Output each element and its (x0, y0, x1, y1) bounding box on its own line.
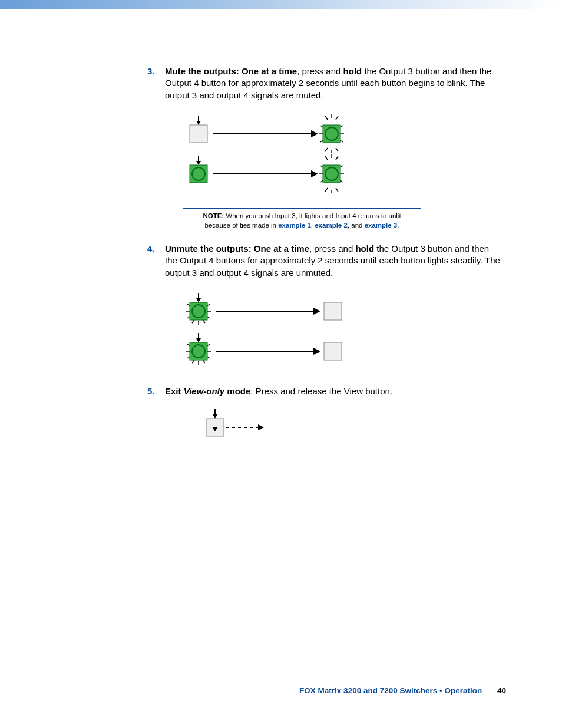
step-5-number: 5. (147, 386, 155, 397)
svg-point-21 (192, 167, 205, 180)
figure-view-svg (200, 408, 283, 449)
step-5-mode: View-only (184, 386, 224, 396)
step-4-text: Unmute the outputs: One at a time, press… (165, 243, 500, 278)
svg-point-50 (192, 305, 205, 318)
step-4-lead: Unmute the outputs: One at a time (165, 243, 309, 253)
footer-page-number: 40 (497, 686, 506, 695)
svg-rect-67 (324, 342, 342, 360)
step-3-hold: hold (343, 66, 362, 76)
svg-line-6 (336, 116, 338, 120)
svg-line-29 (325, 188, 328, 192)
step-4: 4. Unmute the outputs: One at a time, pr… (147, 243, 503, 375)
step-4-mid1: , press and (309, 243, 355, 253)
step-5-rest: : Press and release the View button. (250, 386, 392, 396)
svg-marker-69 (213, 414, 217, 419)
figure-mute-svg (183, 112, 359, 195)
svg-line-10 (325, 148, 328, 151)
step-4-number: 4. (147, 243, 155, 255)
note-link-ex1[interactable]: example 1 (278, 222, 311, 229)
svg-point-17 (325, 127, 338, 140)
note-comma-2: , and (348, 222, 365, 229)
svg-line-25 (336, 156, 338, 160)
step-3-lead: Mute the outputs: One at a time (165, 66, 297, 76)
step-3-mid1: , press and (297, 66, 343, 76)
note-dot: . (397, 222, 399, 229)
svg-line-30 (336, 188, 338, 192)
footer-title: FOX Matrix 3200 and 7200 Switchers • Ope… (299, 686, 482, 695)
svg-marker-19 (196, 161, 201, 165)
step-3: 3. Mute the outputs: One at a time, pres… (147, 65, 503, 233)
svg-marker-54 (196, 338, 201, 342)
svg-line-5 (325, 116, 328, 120)
step-3-number: 3. (147, 65, 155, 77)
svg-rect-2 (190, 125, 207, 143)
step-3-text: Mute the outputs: One at a time, press a… (165, 66, 491, 100)
svg-marker-73 (258, 424, 264, 430)
figure-mute (183, 112, 503, 197)
svg-rect-52 (324, 302, 342, 320)
figure-view (200, 408, 503, 452)
note-link-ex2[interactable]: example 2 (315, 222, 348, 229)
svg-line-11 (336, 148, 338, 151)
step-5-lead2: mode (224, 386, 250, 396)
step-5-lead: Exit (165, 386, 184, 396)
step-4-hold: hold (355, 243, 374, 253)
page-footer: FOX Matrix 3200 and 7200 Switchers • Ope… (0, 686, 562, 695)
figure-unmute (183, 289, 503, 375)
step-5: 5. Exit View-only mode: Press and releas… (147, 386, 503, 453)
top-header-bar (0, 0, 562, 9)
note-link-ex3[interactable]: example 3 (365, 222, 398, 229)
step-5-text: Exit View-only mode: Press and release t… (165, 386, 392, 396)
note-label: NOTE: (203, 212, 224, 219)
svg-marker-1 (196, 121, 201, 125)
page-content: 3. Mute the outputs: One at a time, pres… (0, 9, 562, 453)
figure-unmute-svg (183, 289, 359, 372)
svg-line-24 (325, 156, 328, 160)
svg-point-65 (192, 345, 205, 358)
svg-point-36 (325, 167, 338, 180)
note-box: NOTE: When you push Input 3, it lights a… (183, 208, 421, 233)
